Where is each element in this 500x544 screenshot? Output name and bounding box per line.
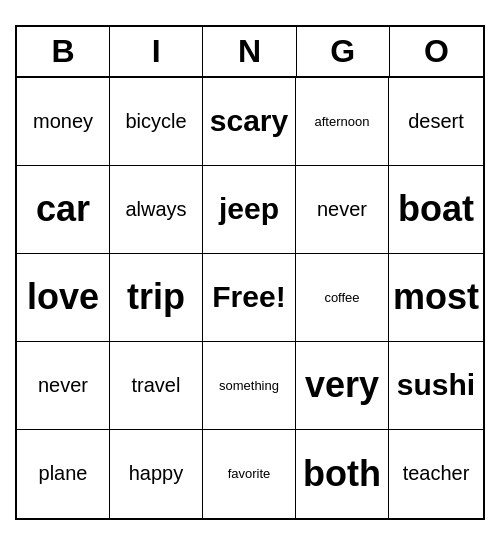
- bingo-cell: very: [296, 342, 389, 430]
- bingo-cell: desert: [389, 78, 483, 166]
- bingo-cell: coffee: [296, 254, 389, 342]
- cell-text: desert: [408, 110, 464, 133]
- cell-text: boat: [398, 188, 474, 230]
- cell-text: coffee: [324, 290, 359, 305]
- bingo-cell: favorite: [203, 430, 296, 518]
- cell-text: jeep: [219, 192, 279, 226]
- cell-text: Free!: [212, 280, 285, 314]
- bingo-cell: scary: [203, 78, 296, 166]
- cell-text: happy: [129, 462, 184, 485]
- bingo-cell: plane: [17, 430, 110, 518]
- header-letter: N: [203, 27, 296, 76]
- cell-text: always: [125, 198, 186, 221]
- bingo-cell: most: [389, 254, 483, 342]
- cell-text: never: [317, 198, 367, 221]
- cell-text: sushi: [397, 368, 475, 402]
- bingo-cell: money: [17, 78, 110, 166]
- cell-text: bicycle: [125, 110, 186, 133]
- cell-text: plane: [39, 462, 88, 485]
- bingo-cell: bicycle: [110, 78, 203, 166]
- bingo-cell: love: [17, 254, 110, 342]
- header-letter: G: [297, 27, 390, 76]
- bingo-cell: car: [17, 166, 110, 254]
- header-letter: O: [390, 27, 483, 76]
- cell-text: something: [219, 378, 279, 393]
- bingo-cell: Free!: [203, 254, 296, 342]
- cell-text: most: [393, 276, 479, 318]
- bingo-cell: sushi: [389, 342, 483, 430]
- bingo-cell: afternoon: [296, 78, 389, 166]
- cell-text: very: [305, 364, 379, 406]
- bingo-cell: jeep: [203, 166, 296, 254]
- bingo-cell: always: [110, 166, 203, 254]
- cell-text: travel: [132, 374, 181, 397]
- header-letter: B: [17, 27, 110, 76]
- bingo-cell: teacher: [389, 430, 483, 518]
- bingo-cell: both: [296, 430, 389, 518]
- bingo-cell: travel: [110, 342, 203, 430]
- bingo-cell: something: [203, 342, 296, 430]
- cell-text: never: [38, 374, 88, 397]
- cell-text: teacher: [403, 462, 470, 485]
- cell-text: favorite: [228, 466, 271, 481]
- cell-text: money: [33, 110, 93, 133]
- header-letter: I: [110, 27, 203, 76]
- cell-text: scary: [210, 104, 288, 138]
- cell-text: trip: [127, 276, 185, 318]
- bingo-cell: boat: [389, 166, 483, 254]
- bingo-cell: happy: [110, 430, 203, 518]
- bingo-header: BINGO: [17, 27, 483, 78]
- bingo-cell: trip: [110, 254, 203, 342]
- bingo-cell: never: [296, 166, 389, 254]
- cell-text: afternoon: [315, 114, 370, 129]
- bingo-cell: never: [17, 342, 110, 430]
- cell-text: both: [303, 453, 381, 495]
- cell-text: love: [27, 276, 99, 318]
- bingo-card: BINGO moneybicyclescaryafternoondesertca…: [15, 25, 485, 520]
- bingo-grid: moneybicyclescaryafternoondesertcaralway…: [17, 78, 483, 518]
- cell-text: car: [36, 188, 90, 230]
